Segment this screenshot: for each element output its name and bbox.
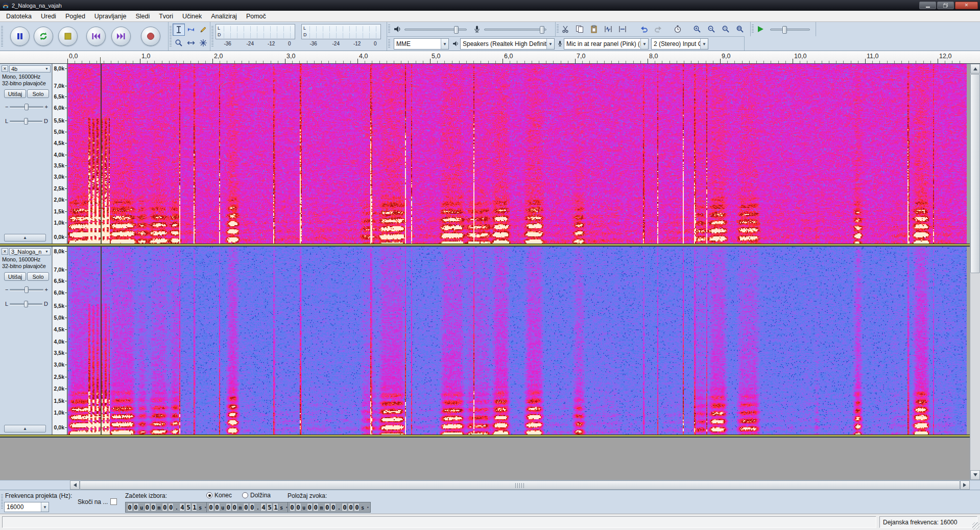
track-border[interactable]: [0, 435, 970, 438]
toolbar-grip[interactable]: [170, 26, 172, 46]
track-name-menu[interactable]: 3_Naloga_n▼: [9, 248, 51, 255]
redo-button[interactable]: [653, 23, 664, 35]
spectrogram-track-1[interactable]: [68, 64, 967, 244]
mute-button[interactable]: Utišaj: [4, 272, 26, 281]
zoom-in-button[interactable]: [691, 23, 703, 35]
zoom-tool-button[interactable]: [173, 37, 185, 49]
menu-item-pomoc[interactable]: Pomoč: [242, 11, 271, 21]
mute-button[interactable]: Utišaj: [4, 89, 26, 98]
scroll-down-button[interactable]: [970, 470, 980, 480]
record-button[interactable]: [141, 27, 160, 46]
pan-slider[interactable]: LD: [5, 117, 48, 125]
timer-icon[interactable]: [672, 23, 683, 35]
gain-slider[interactable]: −+: [5, 285, 48, 294]
selection-tool-button[interactable]: [173, 23, 185, 36]
solo-button[interactable]: Solo: [27, 89, 49, 98]
vertical-scrollbar[interactable]: [970, 64, 980, 480]
scroll-left-button[interactable]: [70, 480, 80, 490]
menu-item-ucinek[interactable]: Učinek: [178, 11, 206, 21]
output-volume-thumb[interactable]: [454, 26, 459, 34]
audio-position-field[interactable]: 00u00m00.000s▾: [288, 502, 371, 513]
frequency-ruler[interactable]: 8,0k7,0k6,5k6,0k5,5k5,0k4,5k4,0k3,5k3,0k…: [53, 247, 67, 435]
spectrogram-track-2[interactable]: [68, 247, 967, 435]
gain-slider[interactable]: −+: [5, 103, 48, 111]
play-button[interactable]: [34, 27, 53, 46]
track-area: ×4b▼Mono, 16000Hz32-bitno plavajočeUtiša…: [0, 64, 980, 480]
gain-slider-thumb[interactable]: [25, 286, 29, 293]
output-volume-slider[interactable]: [404, 29, 467, 31]
pan-slider-thumb[interactable]: [24, 118, 28, 125]
toolbar-grip[interactable]: [1, 494, 3, 510]
track-close-button[interactable]: ×: [2, 65, 8, 72]
toolbar-grip[interactable]: [211, 26, 213, 46]
resize-grip[interactable]: [972, 522, 979, 529]
toolbar-grip[interactable]: [1, 26, 3, 46]
input-channels-select[interactable]: 2 (Stereo) Input C▼: [651, 38, 708, 50]
host-select[interactable]: MME▼: [394, 38, 449, 50]
playback-speed-slider[interactable]: [770, 29, 810, 31]
playback-meter[interactable]: L D -36-24-120: [301, 24, 381, 49]
toolbar-grip[interactable]: [752, 25, 754, 34]
menu-item-pogled[interactable]: Pogled: [61, 11, 90, 21]
play-at-speed-button[interactable]: [755, 23, 766, 35]
solo-button[interactable]: Solo: [27, 272, 49, 281]
timeline-ruler[interactable]: 0,01,02,03,04,05,06,07,08,09,010,011,012…: [0, 51, 980, 64]
toolbar-grip[interactable]: [388, 39, 390, 48]
frequency-ruler[interactable]: 8,0k7,0k6,5k6,0k5,5k5,0k4,5k4,0k3,5k3,0k…: [53, 64, 67, 244]
timeshift-tool-button[interactable]: [185, 37, 197, 49]
scroll-right-button[interactable]: [960, 480, 970, 490]
restore-button[interactable]: [937, 2, 954, 9]
menu-item-analiziraj[interactable]: Analiziraj: [206, 11, 242, 21]
horizontal-scrollbar[interactable]: [0, 480, 980, 490]
selection-start-field[interactable]: 00u00m00.451s▾: [125, 502, 208, 513]
pause-button[interactable]: [10, 27, 30, 46]
silence-button[interactable]: [617, 23, 628, 35]
paste-button[interactable]: [588, 23, 600, 35]
track-collapse-button[interactable]: ▲: [4, 425, 46, 432]
output-device-select[interactable]: Speakers (Realtek High Definit▼: [460, 38, 555, 50]
toolbar-grip[interactable]: [388, 25, 390, 34]
toolbar-grip[interactable]: [557, 25, 559, 34]
horizontal-scroll-thumb[interactable]: [80, 480, 960, 490]
menu-item-sledi[interactable]: Sledi: [131, 11, 154, 21]
end-radio[interactable]: Konec: [206, 492, 232, 499]
skip-to-start-button[interactable]: [86, 27, 106, 46]
multi-tool-button[interactable]: [197, 37, 209, 49]
track-close-button[interactable]: ×: [2, 248, 8, 255]
snap-to-checkbox[interactable]: [110, 498, 117, 505]
skip-to-end-button[interactable]: [111, 27, 131, 46]
input-device-select[interactable]: Mic in at rear panel (Pink) (Re▼: [564, 38, 649, 50]
selection-end-field[interactable]: 00u00m00.451s▾: [206, 502, 290, 513]
track-collapse-button[interactable]: ▲: [4, 234, 46, 242]
scroll-up-button[interactable]: [970, 64, 980, 74]
menu-item-tvori[interactable]: Tvori: [154, 11, 178, 21]
copy-button[interactable]: [574, 23, 585, 35]
undo-button[interactable]: [638, 23, 650, 35]
menu-item-uredi[interactable]: Uredi: [36, 11, 61, 21]
playback-speed-thumb[interactable]: [782, 26, 787, 34]
project-rate-select[interactable]: 16000▼: [4, 502, 49, 512]
input-volume-thumb[interactable]: [540, 26, 544, 34]
close-button[interactable]: ✕: [955, 2, 978, 9]
length-radio[interactable]: Dolžina: [242, 492, 271, 499]
minimize-button[interactable]: [919, 2, 936, 9]
frequency-label: 2,5k: [54, 374, 64, 380]
fit-project-button[interactable]: [734, 23, 746, 35]
zoom-out-button[interactable]: [706, 23, 717, 35]
spinner-icon[interactable]: ▾: [367, 505, 369, 510]
gain-slider-thumb[interactable]: [25, 104, 29, 110]
menu-item-datoteka[interactable]: Datoteka: [2, 11, 36, 21]
fit-selection-button[interactable]: [720, 23, 731, 35]
record-meter[interactable]: L D -36-24-120: [216, 24, 295, 49]
vertical-scroll-thumb[interactable]: [970, 74, 980, 273]
stop-button[interactable]: [58, 27, 78, 46]
trim-button[interactable]: [603, 23, 614, 35]
track-name-menu[interactable]: 4b▼: [9, 65, 51, 73]
menu-item-upravljanje[interactable]: Upravljanje: [90, 11, 131, 21]
pan-slider-thumb[interactable]: [24, 301, 28, 307]
input-volume-slider[interactable]: [484, 29, 546, 31]
pan-slider[interactable]: LD: [5, 300, 48, 308]
draw-tool-button[interactable]: [197, 23, 209, 36]
cut-button[interactable]: [560, 23, 571, 35]
envelope-tool-button[interactable]: [185, 23, 197, 36]
